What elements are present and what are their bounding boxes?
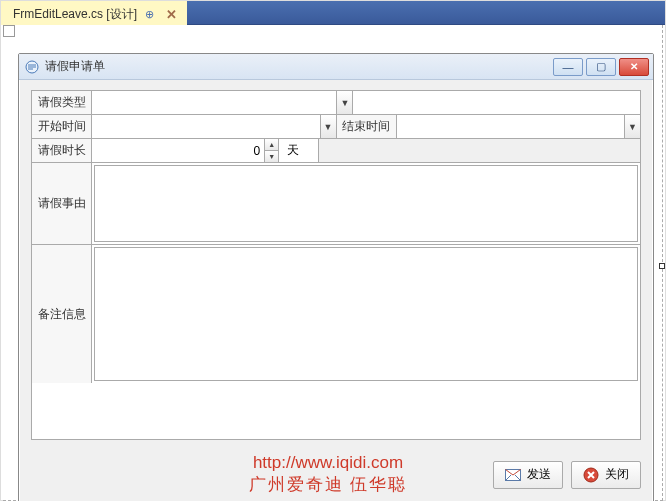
- minimize-icon: —: [563, 61, 574, 73]
- label-remark: 备注信息: [32, 245, 92, 383]
- chevron-down-icon[interactable]: ▼: [624, 115, 640, 138]
- label-reason: 请假事由: [32, 163, 92, 244]
- component-tray-icon[interactable]: [3, 25, 15, 37]
- resize-handle-right[interactable]: [659, 263, 665, 269]
- duration-stepper[interactable]: 0: [92, 139, 264, 162]
- document-tab[interactable]: FrmEditLeave.cs [设计] ⊕ ✕: [1, 1, 187, 25]
- chevron-down-icon[interactable]: ▼: [320, 115, 336, 138]
- window-title: 请假申请单: [45, 58, 105, 75]
- spin-down-icon[interactable]: ▼: [265, 150, 278, 162]
- watermark-url: http://www.iqidi.com: [171, 453, 485, 473]
- watermark-text: 广州爱奇迪 伍华聪: [171, 473, 485, 496]
- reason-textarea[interactable]: [94, 165, 638, 242]
- close-button[interactable]: 关闭: [571, 461, 641, 489]
- form-group: 请假类型 ▼ 开始时间 ▼: [31, 90, 641, 440]
- minimize-button[interactable]: —: [553, 58, 583, 76]
- close-window-button[interactable]: ✕: [619, 58, 649, 76]
- label-end-time: 结束时间: [337, 115, 397, 138]
- label-duration: 请假时长: [32, 139, 92, 162]
- remark-textarea[interactable]: [94, 247, 638, 381]
- close-label: 关闭: [605, 466, 629, 483]
- form-window[interactable]: 请假申请单 — ▢ ✕ 请假类型 ▼: [18, 53, 654, 501]
- label-start-time: 开始时间: [32, 115, 92, 138]
- chevron-down-icon[interactable]: ▼: [336, 91, 352, 114]
- watermark: http://www.iqidi.com 广州爱奇迪 伍华聪: [171, 453, 485, 496]
- end-time-picker[interactable]: [397, 115, 625, 138]
- tab-label: FrmEditLeave.cs [设计]: [13, 6, 137, 23]
- app-icon: [25, 60, 39, 74]
- close-icon: ✕: [630, 61, 638, 72]
- mail-icon: [505, 469, 521, 481]
- design-canvas: 请假申请单 — ▢ ✕ 请假类型 ▼: [3, 25, 663, 501]
- spin-up-icon[interactable]: ▲: [265, 139, 278, 150]
- pin-icon[interactable]: ⊕: [145, 8, 154, 21]
- start-time-picker[interactable]: [92, 115, 320, 138]
- duration-unit: 天: [278, 139, 318, 162]
- send-button[interactable]: 发送: [493, 461, 563, 489]
- tab-close-icon[interactable]: ✕: [166, 7, 177, 22]
- maximize-icon: ▢: [596, 60, 606, 73]
- leave-type-combo[interactable]: [92, 91, 336, 114]
- titlebar[interactable]: 请假申请单 — ▢ ✕: [19, 54, 653, 80]
- label-leave-type: 请假类型: [32, 91, 92, 114]
- maximize-button[interactable]: ▢: [586, 58, 616, 76]
- tab-strip: FrmEditLeave.cs [设计] ⊕ ✕: [1, 1, 665, 25]
- close-red-icon: [583, 467, 599, 483]
- send-label: 发送: [527, 466, 551, 483]
